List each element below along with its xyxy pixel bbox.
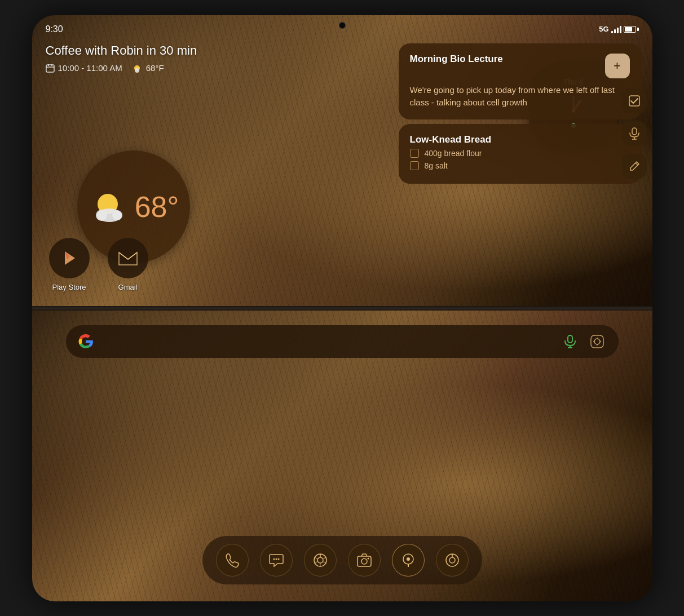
microphone-icon (629, 127, 640, 140)
note-card-1-header: Morning Bio Lecture + (410, 54, 630, 78)
dock-chrome[interactable] (304, 544, 337, 577)
checklist-item-1[interactable]: 400g bread flour (410, 149, 630, 158)
search-lens-icon (590, 334, 604, 349)
svg-point-8 (96, 210, 107, 221)
battery-fill (625, 27, 633, 32)
status-bar: 9:30 5G (46, 24, 639, 34)
dock-phone[interactable] (216, 544, 249, 577)
phone-device: 9:30 5G Coffee with Robin in 3 (32, 15, 652, 601)
action-mic-button[interactable] (622, 121, 647, 146)
svg-point-5 (135, 68, 139, 73)
signal-bar-4 (620, 26, 621, 33)
note-add-button[interactable]: + (605, 54, 630, 78)
svg-point-30 (273, 558, 275, 560)
event-time-text: 10:00 - 11:00 AM (58, 63, 122, 73)
status-time: 9:30 (46, 24, 63, 34)
check-icon (628, 95, 641, 107)
event-weather: 68°F (131, 63, 164, 74)
screen-top: 9:30 5G Coffee with Robin in 3 (32, 15, 652, 308)
signal-bar-1 (611, 31, 613, 33)
svg-point-31 (275, 558, 277, 560)
svg-rect-41 (358, 556, 371, 566)
network-indicator: 5G (599, 25, 608, 33)
svg-rect-24 (591, 335, 603, 348)
maps-icon (400, 552, 416, 568)
dock-maps[interactable] (392, 544, 425, 577)
event-title: Coffee with Robin in 30 min (46, 43, 197, 58)
status-icons: 5G (599, 25, 638, 33)
note-1-body: We're going to pick up today from where … (410, 84, 630, 109)
gmail-icon-circle[interactable] (108, 238, 148, 278)
chrome-icon (312, 552, 328, 568)
gmail-label: Gmail (118, 283, 138, 291)
action-pencil-button[interactable] (622, 154, 647, 179)
svg-point-32 (277, 558, 279, 560)
messages-icon (268, 552, 284, 568)
checklist-item-2[interactable]: 8g salt (410, 161, 630, 170)
checklist-item-2-text: 8g salt (425, 161, 448, 170)
event-time: 10:00 - 11:00 AM (46, 63, 122, 73)
note-card-2[interactable]: Low-Knead Bread 400g bread flour 8g salt (399, 124, 641, 184)
battery-indicator (624, 26, 639, 33)
fold-line (32, 306, 652, 311)
signal-bar-3 (617, 28, 619, 33)
checkbox-2[interactable] (410, 161, 419, 170)
dock-camera[interactable] (348, 544, 381, 577)
notes-widget[interactable]: Morning Bio Lecture + We're going to pic… (399, 43, 641, 188)
home-icon (444, 552, 460, 568)
battery-body (624, 26, 636, 33)
app-dock (202, 536, 482, 584)
play-store-icon (59, 248, 80, 268)
camera-icon (356, 552, 372, 568)
pencil-icon (629, 161, 640, 172)
note-card-1[interactable]: Morning Bio Lecture + We're going to pic… (399, 43, 641, 119)
weather-condition-icon (88, 188, 130, 225)
dock-messages[interactable] (260, 544, 293, 577)
google-logo (77, 333, 94, 350)
svg-point-34 (317, 557, 323, 563)
signal-bar-2 (614, 29, 616, 33)
dock-home[interactable] (436, 544, 469, 577)
svg-point-42 (361, 559, 367, 564)
battery-tip (637, 28, 639, 31)
svg-point-9 (112, 210, 122, 220)
calendar-icon (46, 64, 55, 73)
app-icons: Play Store Gmail (49, 238, 148, 291)
play-store-label: Play Store (52, 283, 86, 291)
svg-rect-0 (46, 65, 54, 72)
phone-icon (224, 552, 240, 568)
event-notification: Coffee with Robin in 30 min 10:00 - 11:0… (46, 43, 197, 74)
svg-rect-15 (632, 128, 637, 135)
search-mic-icon (564, 335, 576, 348)
weather-temperature: 68° (135, 192, 179, 221)
svg-rect-21 (568, 335, 572, 343)
checkbox-1[interactable] (410, 149, 419, 158)
app-play-store[interactable]: Play Store (49, 238, 90, 291)
checklist-item-1-text: 400g bread flour (425, 149, 482, 158)
svg-point-25 (594, 339, 600, 344)
note-2-checklist: 400g bread flour 8g salt (410, 149, 630, 170)
svg-point-45 (407, 557, 410, 561)
svg-point-43 (367, 557, 369, 559)
action-check-button[interactable] (622, 88, 647, 113)
side-actions (622, 88, 647, 179)
weather-inner: 68° (88, 188, 179, 225)
play-store-icon-circle[interactable] (49, 238, 90, 278)
gmail-icon (118, 250, 138, 266)
event-details: 10:00 - 11:00 AM 68°F (46, 63, 197, 74)
screen-bottom (32, 308, 652, 601)
weather-icon-small (131, 63, 143, 74)
search-lens-button[interactable] (587, 331, 607, 352)
svg-point-48 (449, 557, 455, 563)
note-2-title: Low-Knead Bread (410, 134, 630, 145)
search-bar[interactable] (66, 325, 619, 358)
note-1-title: Morning Bio Lecture (410, 54, 503, 65)
search-mic-button[interactable] (560, 331, 580, 352)
app-gmail[interactable]: Gmail (108, 238, 148, 291)
svg-line-18 (636, 163, 638, 165)
event-weather-text: 68°F (146, 63, 164, 73)
signal-bars (611, 25, 621, 33)
